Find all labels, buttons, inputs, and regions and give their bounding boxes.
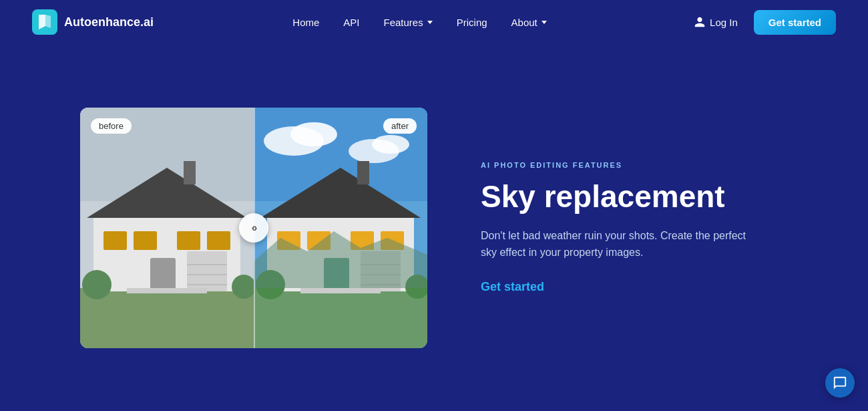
nav-links: Home API Features Pricing About: [283, 11, 556, 33]
nav-home[interactable]: Home: [283, 11, 329, 33]
svg-rect-33: [357, 161, 369, 184]
image-comparison: before after ‹›: [80, 108, 427, 348]
svg-rect-6: [103, 231, 127, 250]
get-started-nav-button[interactable]: Get started: [754, 10, 836, 35]
chat-bubble-button[interactable]: [825, 368, 855, 398]
svg-rect-9: [207, 231, 230, 250]
svg-rect-16: [127, 288, 207, 293]
brand-name: Autoenhance.ai: [64, 15, 154, 29]
text-section: AI PHOTO EDITING FEATURES Sky replacemen…: [481, 161, 801, 294]
main-content: before after ‹› AI PHOTO EDITING FEATURE…: [0, 44, 868, 411]
svg-rect-38: [300, 288, 381, 293]
svg-rect-7: [134, 231, 157, 250]
features-chevron-icon: [427, 21, 433, 24]
chat-icon: [833, 376, 847, 390]
after-label: after: [383, 118, 417, 134]
nav-pricing[interactable]: Pricing: [447, 11, 497, 33]
svg-rect-11: [184, 161, 196, 184]
description: Don't let bad weather ruin your shots. C…: [481, 227, 748, 261]
svg-point-22: [290, 122, 337, 146]
feature-label: AI PHOTO EDITING FEATURES: [481, 161, 801, 169]
arrows-icon: ‹›: [252, 222, 256, 234]
svg-rect-8: [177, 231, 200, 250]
navbar: Autoenhance.ai Home API Features Pricing…: [0, 0, 868, 44]
nav-api[interactable]: API: [334, 11, 369, 33]
svg-rect-25: [254, 288, 427, 348]
login-button[interactable]: Log In: [686, 11, 746, 33]
after-image: [254, 108, 427, 348]
svg-point-24: [372, 135, 409, 154]
main-title: Sky replacement: [481, 180, 801, 214]
hero-cta-link[interactable]: Get started: [481, 280, 544, 293]
logo-icon: [32, 9, 57, 35]
nav-about[interactable]: About: [502, 11, 556, 33]
before-label: before: [91, 118, 132, 134]
comparison-slider-handle[interactable]: ‹›: [239, 213, 268, 243]
about-chevron-icon: [541, 21, 547, 24]
svg-rect-12: [187, 251, 227, 291]
before-image: [80, 108, 254, 348]
svg-rect-10: [150, 258, 176, 291]
login-label: Log In: [710, 17, 738, 28]
nav-features[interactable]: Features: [375, 11, 442, 33]
svg-point-17: [82, 270, 112, 299]
person-icon: [694, 16, 706, 28]
svg-rect-3: [80, 288, 254, 348]
nav-actions: Log In Get started: [686, 10, 836, 35]
logo[interactable]: Autoenhance.ai: [32, 9, 154, 35]
